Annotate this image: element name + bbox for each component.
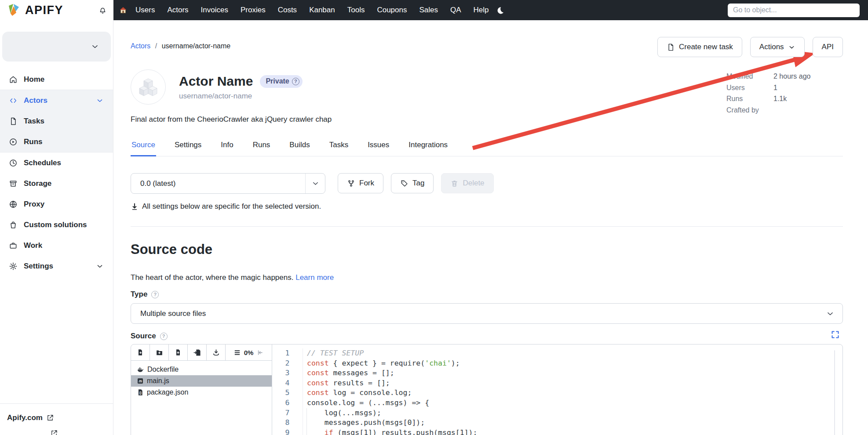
sidebar-footer: Apify.com	[0, 403, 113, 435]
file-item-dockerfile[interactable]: Dockerfile	[131, 364, 272, 375]
moon-icon[interactable]	[496, 6, 504, 14]
sidebar-item-work[interactable]: Work	[0, 235, 113, 256]
meta-label: Modified	[726, 71, 773, 82]
top-nav-proxies[interactable]: Proxies	[241, 6, 266, 14]
sidebar-item-runs[interactable]: Runs	[0, 131, 113, 152]
delete-button[interactable]: Delete	[441, 173, 493, 193]
actor-avatar	[131, 69, 166, 105]
tag-button[interactable]: Tag	[391, 173, 434, 193]
tab-tasks[interactable]: Tasks	[328, 138, 349, 156]
sidebar-item-label: Storage	[24, 179, 51, 188]
logo-area: APIFY	[0, 0, 113, 20]
file-icon	[8, 117, 18, 126]
tab-settings[interactable]: Settings	[174, 138, 202, 156]
breadcrumb: Actors / username/actor-name	[131, 42, 230, 50]
top-nav-help[interactable]: Help	[474, 6, 489, 14]
chevron-down-icon	[788, 44, 795, 51]
tab-source[interactable]: Source	[131, 138, 156, 156]
learn-more-link[interactable]: Learn more	[295, 273, 334, 282]
top-nav-invoices[interactable]: Invoices	[201, 6, 228, 14]
code-pane[interactable]: 123456789 // TEST SETUPconst { expect } …	[272, 344, 842, 435]
sidebar-item-label: Work	[24, 241, 42, 250]
code-line: messages.push(msgs[0]);	[307, 418, 842, 428]
file-name: Dockerfile	[147, 366, 179, 373]
line-number: 4	[272, 378, 303, 388]
code-line: const { expect } = require('chai');	[307, 359, 842, 369]
download-icon	[212, 349, 220, 356]
sidebar-item-storage[interactable]: Storage	[0, 173, 113, 194]
file-item-main-js[interactable]: JSmain.js	[131, 375, 272, 387]
source-type-select[interactable]: Multiple source files	[131, 303, 843, 324]
tab-issues[interactable]: Issues	[367, 138, 390, 156]
create-new-task-button[interactable]: Create new task	[657, 37, 742, 57]
help-question-icon[interactable]: ?	[151, 291, 159, 298]
code-line: const results = [];	[307, 378, 842, 388]
top-nav-users[interactable]: Users	[135, 6, 155, 14]
new-folder-button[interactable]	[150, 344, 169, 360]
download-button[interactable]	[207, 344, 226, 360]
tab-runs[interactable]: Runs	[252, 138, 271, 156]
fullscreen-icon[interactable]	[831, 330, 840, 339]
footer-link-partial[interactable]	[7, 429, 106, 435]
tab-integrations[interactable]: Integrations	[408, 138, 449, 156]
top-nav-costs[interactable]: Costs	[278, 6, 297, 14]
help-question-icon[interactable]: ?	[160, 333, 168, 340]
sidebar-item-schedules[interactable]: Schedules	[0, 152, 113, 173]
sidebar-item-proxy[interactable]: Proxy	[0, 194, 113, 214]
sidebar-item-label: Home	[24, 75, 44, 84]
sidebar-item-label: Runs	[24, 138, 43, 146]
json-icon: {}	[137, 389, 144, 396]
sidebar-item-custom-solutions[interactable]: Custom solutions	[0, 214, 113, 235]
upload-file-icon	[175, 349, 182, 356]
source-code-heading: Source code	[131, 242, 212, 257]
sidebar-item-actors[interactable]: Actors	[0, 90, 113, 111]
new-file-button[interactable]	[131, 344, 150, 360]
archive-icon	[8, 179, 18, 188]
sidebar-item-tasks[interactable]: Tasks	[0, 111, 113, 131]
tab-info[interactable]: Info	[220, 138, 234, 156]
file-item-package-json[interactable]: {}package.json	[131, 387, 272, 398]
help-question-icon[interactable]: ?	[292, 78, 299, 85]
svg-text:JS: JS	[139, 380, 142, 383]
skip-start-icon[interactable]	[256, 349, 264, 356]
external-link-icon	[46, 414, 54, 422]
editor-scrollbar[interactable]	[834, 350, 835, 435]
top-nav: UsersActorsInvoicesProxiesCostsKanbanToo…	[129, 6, 495, 14]
apify-com-link[interactable]: Apify.com	[7, 413, 106, 422]
trash-icon	[450, 179, 459, 188]
js-icon: JS	[137, 377, 144, 384]
section-divider	[131, 226, 843, 227]
version-select[interactable]: 0.0 (latest)	[131, 173, 325, 194]
top-nav-kanban[interactable]: Kanban	[309, 6, 335, 14]
account-selector[interactable]	[2, 32, 111, 62]
breadcrumb-actors-link[interactable]: Actors	[131, 42, 150, 50]
gear-icon	[8, 262, 18, 271]
chevron-icon	[95, 262, 105, 270]
apify-logo-icon	[6, 3, 21, 17]
house-icon[interactable]	[119, 6, 128, 14]
file-name: package.json	[147, 388, 188, 396]
top-nav-qa[interactable]: QA	[450, 6, 461, 14]
actions-dropdown-button[interactable]: Actions	[750, 37, 805, 57]
sidebar-item-settings[interactable]: Settings	[0, 256, 113, 276]
briefcase-icon	[8, 241, 18, 250]
fork-button[interactable]: Fork	[338, 173, 383, 193]
go-to-object-input[interactable]	[728, 4, 860, 17]
chevron-icon	[95, 97, 105, 105]
meta-value: 1	[773, 82, 811, 94]
code-line: if (msgs[1]) results.push(msgs[1]);	[307, 428, 842, 435]
import-file-button[interactable]	[188, 344, 207, 360]
notifications-bell-icon[interactable]	[98, 6, 107, 15]
sidebar-item-label: Tasks	[24, 117, 44, 126]
top-nav-coupons[interactable]: Coupons	[377, 6, 407, 14]
sidebar-item-home[interactable]: Home	[0, 69, 113, 90]
top-nav-actors[interactable]: Actors	[167, 6, 188, 14]
new-folder-icon	[156, 349, 163, 356]
upload-file-button[interactable]	[169, 344, 188, 360]
api-button[interactable]: API	[813, 37, 843, 57]
code-editor: 0% DockerfileJSmain.js{}package.json 123…	[131, 344, 843, 435]
tab-builds[interactable]: Builds	[288, 138, 310, 156]
top-nav-sales[interactable]: Sales	[419, 6, 438, 14]
code-line: console.log = (...msgs) => {	[307, 398, 842, 408]
top-nav-tools[interactable]: Tools	[347, 6, 365, 14]
